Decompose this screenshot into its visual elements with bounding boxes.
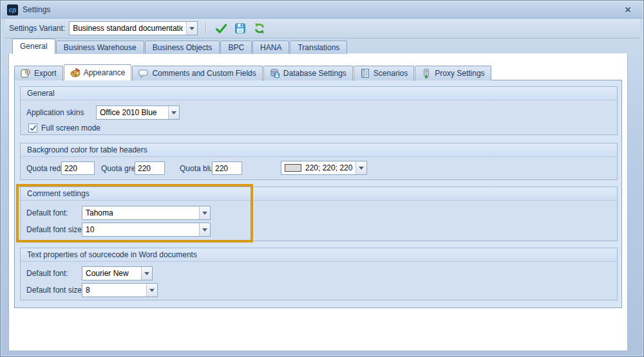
comment-default-font-size-input[interactable] xyxy=(82,223,199,236)
quota-green-input[interactable] xyxy=(135,161,165,175)
group-background-color: Background color for table headers Quota… xyxy=(20,143,618,180)
settings-variant-combo[interactable] xyxy=(69,21,198,35)
group-general: General Application skins Full screen mo… xyxy=(20,86,618,135)
application-skins-dropdown-button[interactable] xyxy=(168,106,179,119)
settings-variant-input[interactable] xyxy=(70,22,186,35)
refresh-icon xyxy=(254,23,265,34)
group-comment-settings: Comment settings Default font: Default f… xyxy=(20,187,618,241)
source-font-dropdown-button[interactable] xyxy=(141,267,152,280)
refresh-button[interactable] xyxy=(251,20,268,37)
source-default-font-label: Default font: xyxy=(26,266,68,280)
subtab-label: Proxy Settings xyxy=(435,69,484,78)
save-icon xyxy=(234,23,246,34)
comment-default-font-size-label: Default font size: xyxy=(26,223,84,237)
group-comment-settings-title: Comment settings xyxy=(21,187,617,201)
general-tab-page: Export Appearance xyxy=(8,53,628,351)
tab-business-warehouse[interactable]: Business Warehouse xyxy=(56,41,144,54)
window-title: Settings xyxy=(23,5,50,14)
tab-hana[interactable]: HANA xyxy=(252,41,289,54)
full-screen-checkbox[interactable] xyxy=(28,124,37,133)
appearance-icon xyxy=(70,68,80,78)
proxy-icon xyxy=(421,68,431,78)
header-color-dropdown-button[interactable] xyxy=(355,161,366,174)
apply-button[interactable] xyxy=(213,20,229,37)
group-sourcecode-properties: Text properties of sourcecode in Word do… xyxy=(20,248,618,300)
comment-default-font-input[interactable] xyxy=(82,206,199,219)
chevron-down-icon xyxy=(202,228,207,232)
full-screen-label: Full screen mode xyxy=(41,124,100,133)
color-combo-value: 220; 220; 220 xyxy=(301,163,355,172)
group-general-title: General xyxy=(21,87,617,100)
subtab-label: Appearance xyxy=(84,68,126,77)
appearance-panel: General Application skins Full screen mo… xyxy=(14,80,622,308)
subtab-label: Comments and Custom Fields xyxy=(152,69,256,78)
database-icon xyxy=(270,68,280,78)
color-swatch xyxy=(285,164,301,172)
tab-business-objects[interactable]: Business Objects xyxy=(145,41,220,54)
settings-variant-dropdown-button[interactable] xyxy=(186,22,197,35)
save-button[interactable] xyxy=(232,20,249,37)
subtab-label: Export xyxy=(34,69,57,78)
tab-bpc[interactable]: BPC xyxy=(220,41,252,54)
main-tabstrip: General Business Warehouse Business Obje… xyxy=(5,39,640,54)
subtab-appearance[interactable]: Appearance xyxy=(64,64,132,80)
sub-tabstrip: Export Appearance xyxy=(14,64,492,80)
settings-window: cp Settings ✕ Settings Variant: xyxy=(0,0,644,357)
chevron-down-icon xyxy=(149,289,155,292)
tab-general[interactable]: General xyxy=(12,39,55,54)
quota-red-input[interactable] xyxy=(61,161,95,175)
comment-size-dropdown-button[interactable] xyxy=(199,223,210,236)
chevron-down-icon xyxy=(144,272,149,275)
group-background-color-title: Background color for table headers xyxy=(21,143,617,157)
subtab-label: Database Settings xyxy=(283,69,346,78)
application-skins-input[interactable] xyxy=(97,106,168,119)
full-screen-mode-row: Full screen mode xyxy=(28,124,100,133)
toolbar: Settings Variant: xyxy=(5,19,640,39)
title-bar: cp Settings ✕ xyxy=(1,1,643,19)
subtab-export[interactable]: Export xyxy=(14,66,63,80)
source-size-dropdown-button[interactable] xyxy=(146,284,157,297)
settings-variant-label: Settings Variant: xyxy=(9,24,65,33)
comment-font-dropdown-button[interactable] xyxy=(199,206,210,219)
app-logo-icon: cp xyxy=(7,5,18,15)
comment-default-font-label: Default font: xyxy=(26,206,68,220)
source-default-font-combo[interactable] xyxy=(82,266,153,280)
tab-translations[interactable]: Translations xyxy=(290,41,347,54)
subtab-proxy-settings[interactable]: Proxy Settings xyxy=(415,66,491,80)
chevron-down-icon xyxy=(189,27,194,30)
check-icon xyxy=(215,23,227,35)
scenarios-icon xyxy=(360,68,370,78)
chevron-down-icon xyxy=(202,212,207,215)
comments-icon xyxy=(138,68,149,78)
chevron-down-icon xyxy=(359,167,364,170)
export-icon xyxy=(21,68,31,78)
header-color-combo[interactable]: 220; 220; 220 xyxy=(281,161,367,175)
subtab-label: Scenarios xyxy=(374,69,408,78)
quota-blue-input[interactable] xyxy=(212,161,242,175)
quota-red-label: Quota red xyxy=(26,161,61,176)
comment-default-font-combo[interactable] xyxy=(82,206,211,220)
group-sourcecode-title: Text properties of sourcecode in Word do… xyxy=(21,248,617,262)
source-default-font-size-input[interactable] xyxy=(82,284,146,297)
close-icon[interactable]: ✕ xyxy=(622,5,634,15)
source-default-font-input[interactable] xyxy=(82,267,141,280)
application-skins-label: Application skins xyxy=(26,105,84,120)
subtab-scenarios[interactable]: Scenarios xyxy=(354,66,414,80)
application-skins-combo[interactable] xyxy=(96,105,180,120)
subtab-database-settings[interactable]: Database Settings xyxy=(263,66,353,80)
source-default-font-size-combo[interactable] xyxy=(82,283,158,297)
toolbar-separator xyxy=(205,22,206,35)
comment-default-font-size-combo[interactable] xyxy=(82,223,211,237)
source-default-font-size-label: Default font size: xyxy=(26,283,84,297)
subtab-comments-custom-fields[interactable]: Comments and Custom Fields xyxy=(132,66,262,80)
chevron-down-icon xyxy=(171,111,176,114)
checkmark-icon xyxy=(30,125,37,132)
